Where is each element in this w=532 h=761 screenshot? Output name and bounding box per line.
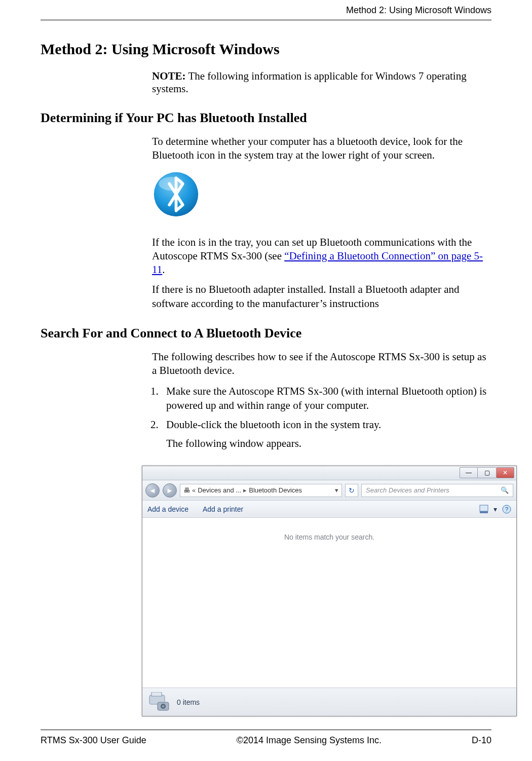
step-2-text: Double-click the bluetooth icon in the s… <box>166 418 381 431</box>
nav-back-button[interactable]: ◄ <box>145 483 160 498</box>
add-device-button[interactable]: Add a device <box>147 505 188 513</box>
chevron-right-icon: ▸ <box>243 486 247 494</box>
window-content: No items match your search. <box>142 518 516 688</box>
footer-center: ©2014 Image Sensing Systems Inc. <box>237 735 382 746</box>
section1-p2-post: . <box>162 263 165 276</box>
bluetooth-devices-window: — ▢ ✕ ◄ ► 🖶 « Devices and ... ▸ Bluetoot… <box>142 466 517 716</box>
search-placeholder: Search Devices and Printers <box>366 486 449 494</box>
window-navbar: ◄ ► 🖶 « Devices and ... ▸ Bluetooth Devi… <box>142 480 516 501</box>
status-text: 0 items <box>177 698 200 706</box>
section-heading-1: Determining if Your PC has Bluetooth Ins… <box>41 110 491 126</box>
bluetooth-icon <box>152 170 491 220</box>
svg-rect-2 <box>480 505 488 511</box>
window-titlebar: — ▢ ✕ <box>142 466 516 480</box>
footer-right: D-10 <box>472 735 491 746</box>
add-printer-button[interactable]: Add a printer <box>203 505 243 513</box>
close-button[interactable]: ✕ <box>496 467 514 478</box>
page-footer: RTMS Sx-300 User Guide ©2014 Image Sensi… <box>41 730 491 746</box>
window-statusbar: 0 items <box>142 688 516 716</box>
steps-list: Make sure the Autoscope RTMS Sx-300 (wit… <box>161 384 491 450</box>
help-icon[interactable]: ? <box>502 505 511 514</box>
section1-p3: If there is no Bluetooth adapter install… <box>152 283 491 311</box>
breadcrumb-part2: Bluetooth Devices <box>249 486 302 494</box>
breadcrumb-part1: Devices and ... <box>198 486 241 494</box>
page-title: Method 2: Using Microsoft Windows <box>41 41 491 58</box>
section-heading-2: Search For and Connect to A Bluetooth De… <box>41 326 491 341</box>
step-2: Double-click the bluetooth icon in the s… <box>161 417 491 450</box>
section1-p2: If the icon is in the tray, you can set … <box>152 236 491 277</box>
breadcrumb[interactable]: 🖶 « Devices and ... ▸ Bluetooth Devices … <box>180 484 342 497</box>
section2-intro: The following describes how to see if th… <box>152 350 491 378</box>
chevron-down-icon[interactable]: ▾ <box>335 486 338 494</box>
maximize-button[interactable]: ▢ <box>478 467 496 478</box>
footer-left: RTMS Sx-300 User Guide <box>41 735 146 746</box>
svg-rect-7 <box>151 692 162 696</box>
empty-message: No items match your search. <box>284 533 374 541</box>
note-block: NOTE: The following information is appli… <box>152 70 491 95</box>
svg-text:?: ? <box>505 506 508 512</box>
devices-icon: 🖶 <box>183 486 190 494</box>
note-text: The following information is applicable … <box>152 70 467 95</box>
step-2-sub: The following window appears. <box>166 436 491 450</box>
note-label: NOTE: <box>152 70 186 82</box>
minimize-button[interactable]: — <box>460 467 478 478</box>
svg-point-10 <box>162 705 165 707</box>
refresh-button[interactable]: ↻ <box>345 484 358 497</box>
svg-rect-3 <box>480 511 488 513</box>
nav-forward-button[interactable]: ► <box>163 483 177 498</box>
view-options-icon[interactable] <box>479 505 488 514</box>
search-input[interactable]: Search Devices and Printers 🔍 <box>361 484 513 497</box>
step-1: Make sure the Autoscope RTMS Sx-300 (wit… <box>161 384 491 413</box>
search-icon: 🔍 <box>501 486 509 494</box>
breadcrumb-prefix: « <box>192 486 196 494</box>
view-dropdown-icon[interactable]: ▾ <box>493 505 497 513</box>
section1-p1: To determine whether your computer has a… <box>152 135 491 163</box>
window-toolbar: Add a device Add a printer ▾ ? <box>142 501 516 518</box>
printer-camera-icon <box>147 692 170 712</box>
page-header-section: Method 2: Using Microsoft Windows <box>41 5 491 20</box>
